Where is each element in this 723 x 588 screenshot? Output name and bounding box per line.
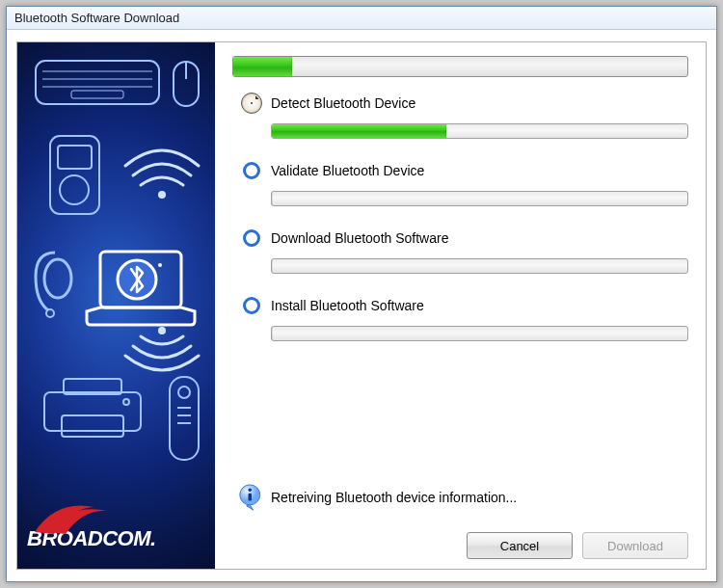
bluetooth-laptop-icon <box>83 248 199 330</box>
svg-point-12 <box>46 309 54 317</box>
keyboard-icon <box>35 60 160 108</box>
svg-rect-21 <box>170 377 199 460</box>
brand-swoosh-icon <box>27 497 123 536</box>
step-install: Install Bluetooth Software <box>232 293 688 359</box>
pending-circle-icon <box>243 162 260 179</box>
printer-icon <box>35 375 150 442</box>
inner-panel: BROADCOM. Detect Bluetooth Device <box>16 41 707 570</box>
media-player-icon <box>48 134 101 216</box>
main-area: Detect Bluetooth Device Validate Bluetoo… <box>215 42 706 569</box>
step-progress-bar <box>271 258 688 274</box>
overall-progress-fill <box>233 57 292 76</box>
svg-rect-4 <box>71 91 123 98</box>
svg-point-15 <box>158 263 162 267</box>
step-label: Validate Bluetooth Device <box>271 163 424 178</box>
step-progress-bar <box>271 191 688 206</box>
info-icon <box>238 484 265 511</box>
dialog-window: Bluetooth Software Download <box>6 6 717 582</box>
svg-point-22 <box>178 387 190 398</box>
pending-circle-icon <box>243 229 260 247</box>
svg-point-11 <box>44 259 71 298</box>
window-title: Bluetooth Software Download <box>14 11 179 25</box>
overall-progress-bar <box>232 56 688 77</box>
step-detect: Detect Bluetooth Device <box>232 91 688 156</box>
mouse-icon <box>172 60 201 108</box>
step-download: Download Bluetooth Software <box>232 226 688 291</box>
button-row: Cancel Download <box>467 532 688 559</box>
clock-icon <box>241 93 262 114</box>
cancel-button[interactable]: Cancel <box>467 532 573 559</box>
step-validate: Validate Bluetooth Device <box>232 158 688 224</box>
svg-point-27 <box>249 488 253 492</box>
brand-block: BROADCOM. <box>27 526 210 551</box>
svg-rect-19 <box>62 415 123 437</box>
status-text: Retreiving Bluetooth device information.… <box>271 490 517 505</box>
step-label: Detect Bluetooth Device <box>271 95 415 111</box>
svg-rect-8 <box>58 146 92 169</box>
svg-rect-0 <box>36 61 159 104</box>
step-label: Download Bluetooth Software <box>271 230 448 246</box>
svg-point-16 <box>158 327 166 334</box>
step-label: Install Bluetooth Software <box>271 298 424 313</box>
step-progress-bar <box>271 326 688 341</box>
svg-point-20 <box>123 399 129 405</box>
step-progress-bar <box>271 123 688 139</box>
remote-icon <box>168 375 201 462</box>
svg-point-10 <box>158 191 166 199</box>
left-art-panel: BROADCOM. <box>17 42 215 569</box>
svg-point-9 <box>60 175 89 204</box>
content: BROADCOM. Detect Bluetooth Device <box>7 30 716 581</box>
pending-circle-icon <box>243 297 260 314</box>
titlebar: Bluetooth Software Download <box>7 7 716 30</box>
steps-list: Detect Bluetooth Device Validate Bluetoo… <box>232 91 688 359</box>
svg-rect-28 <box>249 494 253 501</box>
headset-icon <box>31 248 79 320</box>
download-button[interactable]: Download <box>582 532 688 559</box>
signal-waves-icon <box>114 129 210 206</box>
status-row: Retreiving Bluetooth device information.… <box>232 484 688 511</box>
